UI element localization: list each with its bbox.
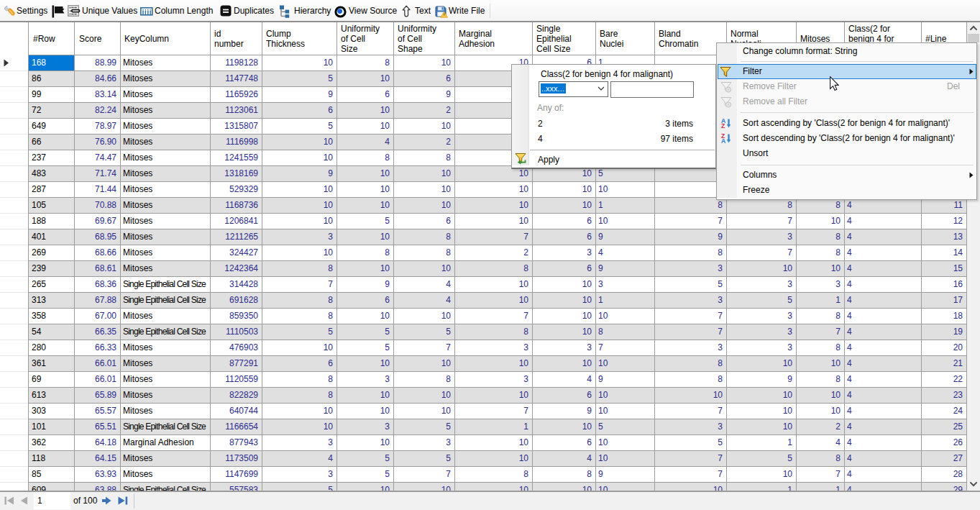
svg-text:A: A <box>721 137 725 144</box>
svg-text:Z: Z <box>721 122 725 129</box>
